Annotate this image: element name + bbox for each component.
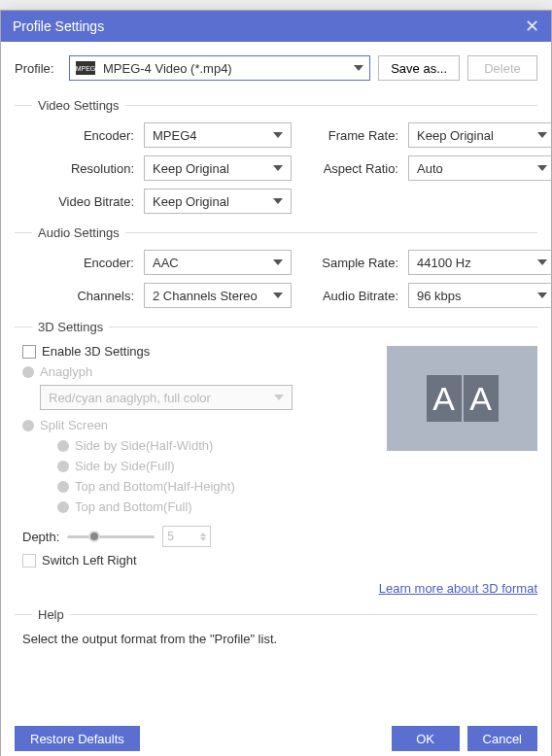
sbs-half-radio (57, 440, 69, 452)
threed-preview: A A (387, 346, 537, 451)
restore-defaults-button[interactable]: Restore Defaults (15, 726, 140, 751)
split-screen-radio (22, 420, 34, 431)
video-settings-header: Video Settings (15, 98, 537, 113)
enable-3d-label: Enable 3D Settings (42, 344, 150, 359)
preview-a-left: A (427, 375, 462, 422)
chevron-down-icon (273, 198, 283, 204)
titlebar: Profile Settings ✕ (1, 11, 551, 42)
tab-half-radio (57, 481, 69, 493)
chevron-down-icon (537, 292, 547, 298)
chevron-down-icon (537, 132, 547, 138)
anaglyph-radio (22, 366, 34, 378)
help-section: Help Select the output format from the "… (15, 607, 537, 646)
chevron-down-icon (273, 259, 283, 265)
sample-rate-select[interactable]: 44100 Hz (408, 250, 551, 275)
chevron-down-icon (274, 395, 284, 400)
profile-value: MPEG-4 Video (*.mp4) (103, 61, 232, 76)
chevron-down-icon (273, 292, 283, 298)
profile-label: Profile: (15, 61, 61, 76)
help-text: Select the output format from the "Profi… (22, 632, 537, 646)
close-icon[interactable]: ✕ (525, 16, 539, 37)
mpeg-icon: MPEG (76, 61, 95, 75)
split-screen-label: Split Screen (40, 418, 108, 432)
footer: Restore Defaults OK Cancel (1, 716, 551, 756)
tab-full-radio (57, 501, 69, 513)
threed-settings-header: 3D Settings (15, 320, 537, 334)
channels-label: Channels: (22, 289, 134, 303)
audio-settings-section: Audio Settings Encoder: AAC Sample Rate:… (15, 225, 537, 308)
chevron-down-icon (273, 165, 283, 171)
delete-button: Delete (467, 55, 537, 81)
chevron-down-icon (354, 65, 363, 71)
anaglyph-select: Red/cyan anaglyph, full color (40, 385, 293, 410)
video-settings-section: Video Settings Encoder: MPEG4 Frame Rate… (15, 98, 537, 214)
anaglyph-label: Anaglyph (40, 364, 92, 379)
audio-bitrate-select[interactable]: 96 kbps (408, 283, 551, 308)
profile-row: Profile: MPEG MPEG-4 Video (*.mp4) Save … (15, 55, 537, 81)
audio-encoder-label: Encoder: (22, 256, 134, 270)
frame-rate-select[interactable]: Keep Original (408, 122, 551, 148)
audio-bitrate-label: Audio Bitrate: (301, 289, 398, 303)
audio-settings-header: Audio Settings (15, 225, 537, 240)
resolution-label: Resolution: (22, 161, 134, 176)
threed-settings-section: 3D Settings Enable 3D Settings Anaglyph … (15, 320, 537, 596)
aspect-ratio-select[interactable]: Auto (408, 155, 551, 181)
content-area: Profile: MPEG MPEG-4 Video (*.mp4) Save … (1, 42, 551, 716)
ok-button[interactable]: OK (392, 726, 460, 751)
enable-3d-checkbox[interactable] (22, 345, 36, 359)
preview-a-right: A (464, 375, 499, 422)
chevron-down-icon (273, 132, 283, 138)
video-bitrate-select[interactable]: Keep Original (144, 189, 292, 214)
help-header: Help (15, 607, 537, 622)
depth-slider (67, 530, 155, 543)
switch-lr-label: Switch Left Right (42, 553, 137, 567)
chevron-down-icon (537, 259, 547, 265)
video-encoder-select[interactable]: MPEG4 (144, 122, 292, 148)
profile-select[interactable]: MPEG MPEG-4 Video (*.mp4) (69, 55, 370, 81)
frame-rate-label: Frame Rate: (301, 128, 398, 143)
depth-label: Depth: (22, 530, 59, 544)
sample-rate-label: Sample Rate: (301, 256, 398, 270)
depth-spinner: 5 (162, 526, 211, 547)
video-encoder-label: Encoder: (22, 128, 134, 143)
audio-encoder-select[interactable]: AAC (144, 250, 292, 275)
cancel-button[interactable]: Cancel (467, 726, 537, 751)
learn-more-link[interactable]: Learn more about 3D format (379, 581, 537, 596)
switch-lr-checkbox (22, 554, 36, 567)
sbs-full-radio (57, 461, 69, 472)
resolution-select[interactable]: Keep Original (144, 155, 292, 181)
aspect-ratio-label: Aspect Ratio: (301, 161, 398, 176)
save-as-button[interactable]: Save as... (378, 55, 460, 81)
window-title: Profile Settings (13, 18, 104, 34)
profile-settings-window: Profile Settings ✕ Profile: MPEG MPEG-4 … (0, 10, 552, 756)
channels-select[interactable]: 2 Channels Stereo (144, 283, 292, 308)
chevron-down-icon (537, 165, 547, 171)
video-bitrate-label: Video Bitrate: (22, 194, 134, 209)
